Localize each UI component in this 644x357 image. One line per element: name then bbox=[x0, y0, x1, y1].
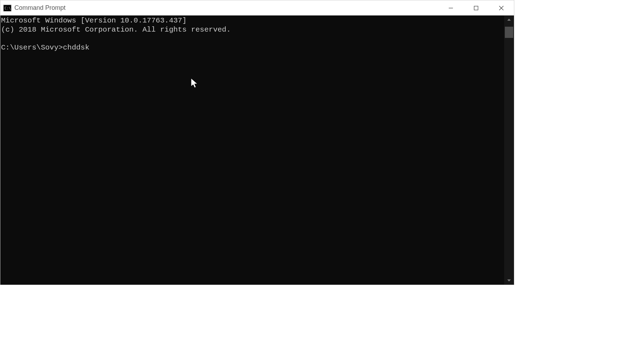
window-title: Command Prompt bbox=[14, 4, 438, 12]
maximize-button[interactable] bbox=[463, 0, 489, 15]
minimize-button[interactable] bbox=[438, 0, 463, 15]
terminal-line: Microsoft Windows [Version 10.0.17763.43… bbox=[1, 16, 187, 25]
terminal-command: chddsk bbox=[63, 44, 89, 52]
svg-rect-3 bbox=[474, 6, 478, 10]
scroll-down-arrow[interactable] bbox=[504, 276, 514, 285]
terminal-prompt: C:\Users\Sovy> bbox=[1, 44, 63, 52]
scroll-track[interactable] bbox=[504, 24, 514, 276]
svg-marker-6 bbox=[507, 19, 511, 21]
close-button[interactable] bbox=[489, 0, 514, 15]
command-prompt-window: C:\ Command Prompt Microsoft Windows [Ve… bbox=[0, 0, 514, 285]
svg-text:C:\: C:\ bbox=[5, 6, 11, 10]
window-controls bbox=[438, 0, 514, 15]
titlebar[interactable]: C:\ Command Prompt bbox=[0, 0, 514, 15]
terminal-output[interactable]: Microsoft Windows [Version 10.0.17763.43… bbox=[0, 15, 504, 285]
scroll-thumb[interactable] bbox=[505, 27, 513, 38]
content-area: Microsoft Windows [Version 10.0.17763.43… bbox=[0, 15, 514, 285]
cmd-icon: C:\ bbox=[3, 4, 12, 12]
svg-marker-7 bbox=[507, 279, 511, 282]
vertical-scrollbar[interactable] bbox=[504, 15, 514, 285]
terminal-line: (c) 2018 Microsoft Corporation. All righ… bbox=[1, 26, 231, 34]
scroll-up-arrow[interactable] bbox=[504, 15, 514, 24]
